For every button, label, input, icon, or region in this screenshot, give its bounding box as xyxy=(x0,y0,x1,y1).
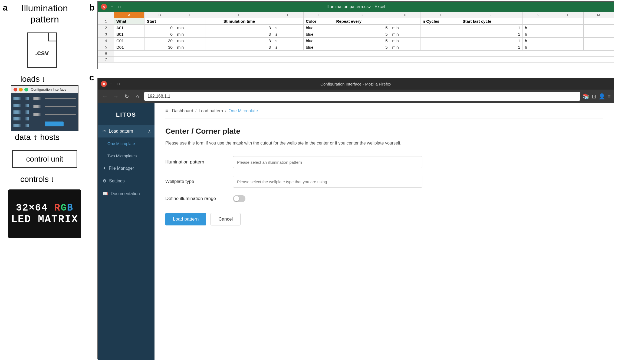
titlebar-dot-red[interactable] xyxy=(14,88,17,91)
cell-2c[interactable]: min xyxy=(175,25,205,31)
col-header-k[interactable]: K xyxy=(522,12,553,18)
menu-icon[interactable]: ≡ xyxy=(607,93,611,100)
cell-5m[interactable] xyxy=(583,44,614,51)
cell-3l[interactable] xyxy=(553,31,583,38)
breadcrumb-one-microplate[interactable]: One Microplate xyxy=(229,109,258,113)
cell-3j[interactable]: 1 xyxy=(460,31,522,38)
titlebar-dot-yellow[interactable] xyxy=(19,88,23,91)
cell-5k[interactable]: h xyxy=(522,44,553,51)
cell-4d[interactable]: 3 xyxy=(205,38,273,44)
illumination-range-toggle[interactable] xyxy=(233,195,245,202)
nav-reload-button[interactable]: ↻ xyxy=(123,93,131,100)
cell-3i[interactable] xyxy=(420,31,460,38)
cell-2k[interactable]: h xyxy=(522,25,553,31)
cell-2b[interactable]: 0 xyxy=(144,25,175,31)
sidebar-item-documentation[interactable]: 📖 Documentation xyxy=(98,187,154,200)
cell-1d[interactable]: Stimulation time xyxy=(205,18,273,25)
col-header-j[interactable]: J xyxy=(460,12,522,18)
address-bar[interactable] xyxy=(144,92,580,101)
cell-3b[interactable]: 0 xyxy=(144,31,175,38)
cell-4j[interactable]: 1 xyxy=(460,38,522,44)
synced-tabs-icon[interactable]: ⊡ xyxy=(592,93,596,100)
cell-2j[interactable]: 1 xyxy=(460,25,522,31)
cell-1b[interactable]: Start xyxy=(144,18,175,25)
cell-5d[interactable]: 3 xyxy=(205,44,273,51)
profile-icon[interactable]: 👤 xyxy=(599,93,605,100)
wellplate-type-input[interactable] xyxy=(233,176,422,188)
cell-2g[interactable]: 5 xyxy=(334,25,390,31)
cell-1e[interactable] xyxy=(273,18,303,25)
cell-3g[interactable]: 5 xyxy=(334,31,390,38)
cell-4g[interactable]: 5 xyxy=(334,38,390,44)
cell-4f[interactable]: blue xyxy=(304,38,334,44)
sidebar-item-load-pattern[interactable]: ⟳ Load pattern ∧ xyxy=(98,125,154,137)
cell-5f[interactable]: blue xyxy=(304,44,334,51)
firefox-minimize-button[interactable]: − xyxy=(110,81,113,87)
cell-4c[interactable]: min xyxy=(175,38,205,44)
cell-1c[interactable] xyxy=(175,18,205,25)
col-header-l[interactable]: L xyxy=(553,12,583,18)
cell-1f[interactable]: Color xyxy=(304,18,334,25)
cell-2i[interactable] xyxy=(420,25,460,31)
cell-4m[interactable] xyxy=(583,38,614,44)
col-header-h[interactable]: H xyxy=(390,12,420,18)
cell-1g[interactable]: Repeat every xyxy=(334,18,390,25)
cell-1m[interactable] xyxy=(583,18,614,25)
cell-4l[interactable] xyxy=(553,38,583,44)
cell-5h[interactable]: min xyxy=(390,44,420,51)
nav-forward-button[interactable]: → xyxy=(112,93,120,100)
cell-2l[interactable] xyxy=(553,25,583,31)
cell-4a[interactable]: C01 xyxy=(114,38,144,44)
firefox-close-button[interactable]: ✕ xyxy=(101,81,107,87)
cell-2f[interactable]: blue xyxy=(304,25,334,31)
cell-7[interactable] xyxy=(114,57,614,63)
col-header-c[interactable]: C xyxy=(175,12,205,18)
cell-5b[interactable]: 30 xyxy=(144,44,175,51)
col-header-m[interactable]: M xyxy=(583,12,614,18)
sidebar-item-file-manager[interactable]: ✦ File Manager xyxy=(98,162,154,175)
col-header-e[interactable]: E xyxy=(273,12,303,18)
firefox-maximize-button[interactable]: □ xyxy=(117,82,119,86)
cell-3c[interactable]: min xyxy=(175,31,205,38)
cell-5e[interactable]: s xyxy=(273,44,303,51)
cell-3m[interactable] xyxy=(583,31,614,38)
breadcrumb-load-pattern[interactable]: Load pattern xyxy=(199,109,223,113)
cell-3d[interactable]: 3 xyxy=(205,31,273,38)
sidebar-item-two-microplates[interactable]: Two Microplates xyxy=(98,150,154,162)
excel-close-button[interactable]: ✕ xyxy=(101,4,107,10)
cell-1a[interactable]: What xyxy=(114,18,144,25)
nav-home-button[interactable]: ⌂ xyxy=(133,93,142,100)
sidebar-item-one-microplate[interactable]: One Microplate xyxy=(98,137,154,150)
cell-5g[interactable]: 5 xyxy=(334,44,390,51)
cell-3e[interactable]: s xyxy=(273,31,303,38)
titlebar-dot-green[interactable] xyxy=(24,88,28,91)
cell-4k[interactable]: h xyxy=(522,38,553,44)
cell-2m[interactable] xyxy=(583,25,614,31)
cell-4b[interactable]: 30 xyxy=(144,38,175,44)
cell-5a[interactable]: D01 xyxy=(114,44,144,51)
cell-2h[interactable]: min xyxy=(390,25,420,31)
col-header-g[interactable]: G xyxy=(334,12,390,18)
breadcrumb-dashboard[interactable]: Dashboard xyxy=(172,109,193,113)
cell-1k[interactable] xyxy=(522,18,553,25)
cell-3f[interactable]: blue xyxy=(304,31,334,38)
excel-minimize-button[interactable]: − xyxy=(109,4,115,10)
cell-3a[interactable]: B01 xyxy=(114,31,144,38)
cell-2a[interactable]: A01 xyxy=(114,25,144,31)
load-pattern-button[interactable]: Load pattern xyxy=(165,213,206,225)
cell-1l[interactable] xyxy=(553,18,583,25)
cell-2e[interactable]: s xyxy=(273,25,303,31)
cell-5i[interactable] xyxy=(420,44,460,51)
excel-maximize-button[interactable]: □ xyxy=(117,4,123,10)
cancel-button[interactable]: Cancel xyxy=(211,213,241,225)
cell-4i[interactable] xyxy=(420,38,460,44)
col-header-b[interactable]: B xyxy=(144,12,175,18)
cell-1j[interactable]: Start last cycle xyxy=(460,18,522,25)
cell-5c[interactable]: min xyxy=(175,44,205,51)
nav-back-button[interactable]: ← xyxy=(101,93,109,100)
col-header-i[interactable]: I xyxy=(420,12,460,18)
bookmarks-icon[interactable]: 📚 xyxy=(583,93,590,100)
cell-6[interactable] xyxy=(114,51,614,57)
col-header-a[interactable]: A xyxy=(114,12,144,18)
col-header-f[interactable]: F xyxy=(304,12,334,18)
